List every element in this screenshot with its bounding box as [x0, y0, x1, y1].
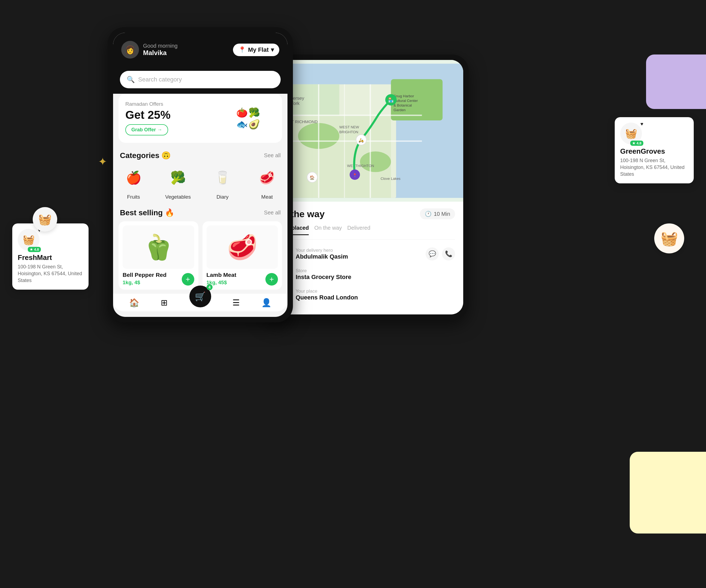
nav-profile[interactable]: 👤: [261, 298, 271, 307]
phone-header: 👩 Good morning Malvika 📍 My Flat ▾: [113, 33, 287, 66]
svg-text:🛵: 🛵: [359, 138, 364, 143]
delivery-hero-label: Your delivery hero: [296, 248, 420, 253]
freshmart-card[interactable]: 🧺 ♥ ★ 4.8 FreshMart 100-198 N Green St, …: [12, 224, 88, 290]
search-input[interactable]: Search category: [138, 76, 182, 83]
product-lamb-meat: 🥩 Lamb Meat 1kg, 45$ +: [202, 221, 282, 290]
greengroves-rating: ★ 4.8: [630, 141, 643, 146]
diary-icon: 🥛: [209, 164, 236, 191]
vegetables-label: Vegetables: [165, 194, 191, 200]
delivery-hero-info: Your delivery hero Abdulmalik Qasim: [296, 248, 420, 260]
products-row: 🫑 Bell Pepper Red 1kg, 4$ + 🥩 Lamb Meat …: [113, 221, 287, 290]
promo-title: Get 25%: [125, 109, 221, 121]
search-bar[interactable]: 🔍 Search category: [120, 71, 281, 88]
delivery-header: On the way 🕐 10 Min: [275, 208, 455, 219]
greengroves-heart-icon[interactable]: ♥: [640, 121, 643, 127]
categories-see-all[interactable]: See all: [264, 152, 281, 159]
delivery-store-name: Insta Grocery Store: [296, 274, 455, 281]
category-fruits[interactable]: 🍎 Fruits: [120, 164, 147, 200]
freshmart-address: 100-198 N Green St, Hoisington, KS 67544…: [18, 264, 83, 284]
delivery-place-row: 🔴 Your place Queens Road London: [275, 287, 455, 302]
delivery-time: 🕐 10 Min: [420, 208, 455, 219]
best-selling-see-all[interactable]: See all: [264, 209, 281, 216]
svg-text:Clove Lakes: Clove Lakes: [381, 177, 400, 181]
step-on-the-way[interactable]: On the way: [314, 225, 342, 235]
location-pin-icon: 📍: [238, 46, 246, 53]
delivery-place-info: Your place Queens Road London: [296, 288, 455, 301]
best-selling-header: Best selling 🔥 See all: [113, 205, 287, 221]
bg-yellow-decoration: [630, 452, 706, 534]
add-lamb-meat-button[interactable]: +: [265, 273, 278, 285]
vegetables-icon: 🥦: [164, 164, 192, 191]
add-bell-pepper-button[interactable]: +: [182, 273, 194, 285]
best-selling-title: Best selling 🔥: [120, 208, 174, 217]
svg-text:WESTHIGHTON: WESTHIGHTON: [347, 164, 374, 168]
delivery-place-label: Your place: [296, 288, 455, 294]
scene: ✦ ✦ 🧺 ♥ ★ 4.8 FreshMart 100-198 N Green …: [0, 0, 706, 588]
nav-home[interactable]: 🏠: [129, 298, 139, 307]
greengroves-address: 100-198 N Green St, Hoisington, KS 67544…: [620, 157, 688, 178]
diary-label: Diary: [217, 194, 228, 200]
freshmart-icon: 🧺 ♥ ★ 4.8: [18, 229, 40, 251]
svg-text:WEST NEW: WEST NEW: [339, 125, 359, 129]
freshmart-rating: ★ 4.8: [28, 247, 41, 252]
search-container: 🔍 Search category: [113, 66, 287, 94]
user-name: Malvika: [143, 49, 178, 57]
svg-text:BRIGHTON: BRIGHTON: [339, 130, 358, 134]
promo-image: 🍅🥦 🐟🥑: [221, 99, 275, 137]
call-button[interactable]: 📞: [442, 247, 455, 261]
meat-icon: 🥩: [253, 164, 281, 191]
search-icon: 🔍: [127, 76, 135, 83]
product-bell-pepper: 🫑 Bell Pepper Red 1kg, 4$ +: [119, 221, 198, 290]
delivery-store-label: Store: [296, 268, 455, 274]
location-label: My Flat: [248, 46, 269, 53]
svg-text:& Botanical: & Botanical: [393, 103, 412, 107]
meat-label: Meat: [261, 194, 273, 200]
delivery-hero-actions: 💬 📞: [426, 247, 455, 261]
bg-purple-decoration: [646, 54, 706, 109]
svg-point-5: [360, 152, 391, 172]
nav-grid[interactable]: ⊞: [161, 298, 167, 307]
svg-text:📍: 📍: [353, 173, 357, 178]
categories-header: Categories 🙃 See all: [113, 148, 287, 164]
time-value: 10 Min: [434, 211, 450, 217]
bottom-nav: 🏠 ⊞ ☰ 👤 🛒 4: [113, 294, 287, 311]
blue-basket-icon: 🧺: [33, 207, 57, 232]
fruits-label: Fruits: [127, 194, 140, 200]
greeting-text: Good morning: [143, 43, 178, 49]
nav-menu[interactable]: ☰: [232, 298, 240, 307]
delivery-hero-row: 👤 Your delivery hero Abdulmalik Qasim 💬 …: [275, 246, 455, 261]
categories-title: Categories 🙃: [120, 151, 171, 160]
svg-text:Garden: Garden: [393, 108, 405, 112]
red-basket-icon: 🧺: [654, 224, 684, 253]
map-area: New Jersey New York PORT RICHMOND WEST N…: [267, 60, 463, 202]
step-delivered[interactable]: Delivered: [347, 225, 370, 235]
category-diary[interactable]: 🥛 Diary: [209, 164, 236, 200]
chevron-down-icon: ▾: [271, 46, 274, 53]
delivery-panel: On the way 🕐 10 Min Order placed On the …: [267, 202, 463, 314]
progress-steps: Order placed On the way Delivered: [275, 225, 455, 239]
greengroves-name: GreenGroves: [620, 147, 688, 156]
promo-banner: Ramadan Offers Get 25% Grab Offer → 🍅🥦 🐟…: [119, 94, 282, 143]
category-vegetables[interactable]: 🥦 Vegetables: [164, 164, 192, 200]
delivery-store-row: 🔴 Store Insta Grocery Store: [275, 267, 455, 282]
avatar: 👩: [121, 41, 139, 58]
greengroves-card[interactable]: 🧺 ♥ ★ 4.8 GreenGroves 100-198 N Green St…: [615, 117, 694, 183]
cart-badge: 4: [206, 284, 212, 290]
grab-offer-button[interactable]: Grab Offer →: [125, 124, 168, 135]
bell-pepper-image: 🫑: [123, 225, 194, 269]
svg-text:Snug Harbor: Snug Harbor: [393, 94, 414, 98]
message-button[interactable]: 💬: [426, 247, 439, 261]
category-meat[interactable]: 🥩 Meat: [253, 164, 281, 200]
cart-center-button[interactable]: 🛒 4: [189, 285, 211, 307]
phone-main: 👩 Good morning Malvika 📍 My Flat ▾ 🔍 Sea…: [108, 27, 293, 322]
svg-text:🏪: 🏪: [388, 97, 394, 103]
promo-label: Ramadan Offers: [125, 101, 221, 107]
location-pill[interactable]: 📍 My Flat ▾: [233, 44, 279, 56]
lamb-meat-image: 🥩: [206, 225, 278, 269]
categories-row: 🍎 Fruits 🥦 Vegetables 🥛 Diary 🥩 Meat: [113, 164, 287, 205]
fruits-icon: 🍎: [120, 164, 147, 191]
svg-text:🏠: 🏠: [310, 175, 315, 180]
greengroves-icon: 🧺 ♥ ★ 4.8: [620, 123, 642, 145]
delivery-place-name: Queens Road London: [296, 294, 455, 301]
freshmart-name: FreshMart: [18, 253, 83, 262]
